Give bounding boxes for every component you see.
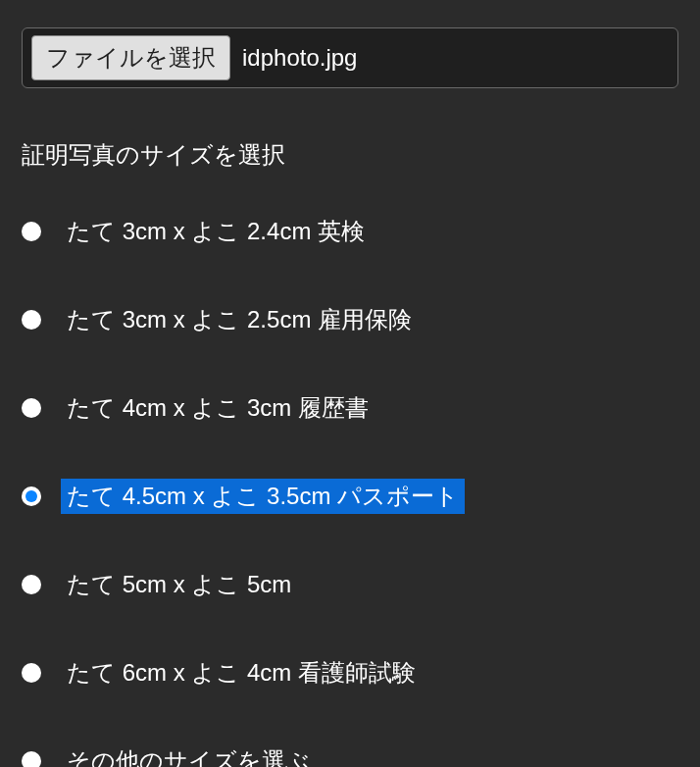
size-option-label: たて 4.5cm x よこ 3.5cm パスポート — [61, 479, 465, 514]
radio-icon[interactable] — [22, 222, 41, 241]
size-option-3[interactable]: たて 4.5cm x よこ 3.5cm パスポート — [22, 479, 678, 514]
size-radio-list: たて 3cm x よこ 2.4cm 英検たて 3cm x よこ 2.5cm 雇用… — [22, 214, 678, 767]
radio-icon[interactable] — [22, 486, 41, 506]
size-option-label: たて 5cm x よこ 5cm — [61, 567, 297, 602]
radio-icon[interactable] — [22, 310, 41, 330]
size-option-5[interactable]: たて 6cm x よこ 4cm 看護師試験 — [22, 655, 678, 690]
radio-icon[interactable] — [22, 398, 41, 418]
size-option-label: たて 4cm x よこ 3cm 履歴書 — [61, 390, 375, 426]
size-option-1[interactable]: たて 3cm x よこ 2.5cm 雇用保険 — [22, 302, 678, 337]
size-option-2[interactable]: たて 4cm x よこ 3cm 履歴書 — [22, 390, 678, 426]
size-option-4[interactable]: たて 5cm x よこ 5cm — [22, 567, 678, 602]
radio-icon[interactable] — [22, 663, 41, 683]
size-option-label: その他のサイズを選ぶ — [61, 743, 316, 767]
size-select-heading: 証明写真のサイズを選択 — [22, 139, 678, 171]
size-option-label: たて 3cm x よこ 2.5cm 雇用保険 — [61, 302, 418, 337]
size-option-0[interactable]: たて 3cm x よこ 2.4cm 英検 — [22, 214, 678, 249]
radio-icon[interactable] — [22, 575, 41, 594]
file-input-row[interactable]: ファイルを選択 idphoto.jpg — [22, 27, 678, 88]
size-option-label: たて 6cm x よこ 4cm 看護師試験 — [61, 655, 422, 690]
size-option-label: たて 3cm x よこ 2.4cm 英検 — [61, 214, 371, 249]
file-select-button[interactable]: ファイルを選択 — [31, 35, 230, 80]
file-name-label: idphoto.jpg — [242, 44, 357, 72]
size-option-6[interactable]: その他のサイズを選ぶ — [22, 743, 678, 767]
radio-icon[interactable] — [22, 751, 41, 767]
